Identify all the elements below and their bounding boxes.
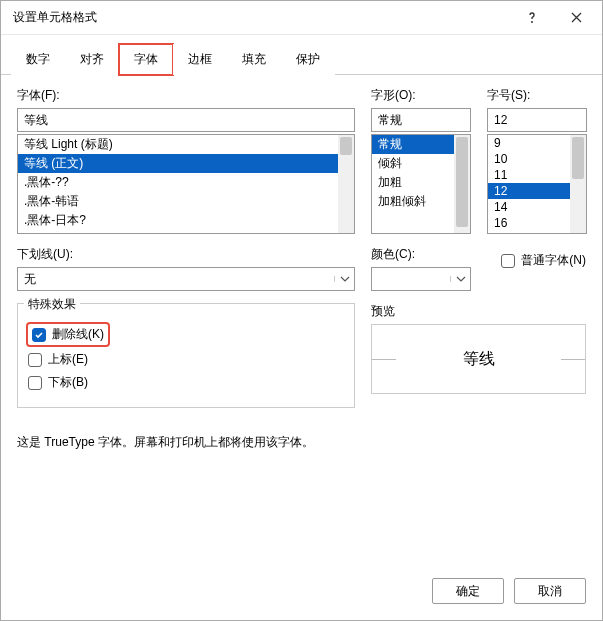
tab-fill[interactable]: 填充 [227,44,281,75]
format-cells-dialog: 设置单元格格式 数字 对齐 字体 边框 填充 保护 字体(F): [0,0,603,621]
checkbox-icon [32,328,46,342]
font-note: 这是 TrueType 字体。屏幕和打印机上都将使用该字体。 [17,434,586,451]
underline-value: 无 [18,271,334,288]
list-item[interactable]: 加粗倾斜 [372,192,454,211]
tab-font[interactable]: 字体 [119,44,173,75]
list-item[interactable]: .黑体-日本? [18,211,338,230]
normal-font-label: 普通字体(N) [521,252,586,269]
subscript-checkbox[interactable]: 下标(B) [28,374,344,391]
style-input[interactable] [371,108,471,132]
help-button[interactable] [510,3,554,33]
preview-box: 等线 [371,324,586,394]
list-item[interactable]: 14 [488,199,570,215]
underline-label: 下划线(U): [17,246,355,263]
superscript-checkbox[interactable]: 上标(E) [28,351,344,368]
dialog-footer: 确定 取消 [1,566,602,620]
close-icon [571,12,582,23]
list-item[interactable]: 加粗 [372,173,454,192]
font-label: 字体(F): [17,87,355,104]
font-listbox[interactable]: 等线 Light (标题) 等线 (正文) .黑体-?? .黑体-韩语 .黑体-… [17,134,355,234]
color-label: 颜色(C): [371,246,471,263]
list-item[interactable]: .黑体-韩语 [18,192,338,211]
svg-point-0 [531,21,533,23]
checkbox-icon [28,353,42,367]
effects-legend: 特殊效果 [24,296,80,313]
preview-legend: 预览 [371,303,586,320]
subscript-label: 下标(B) [48,374,88,391]
scroll-thumb[interactable] [456,137,468,227]
tab-border[interactable]: 边框 [173,44,227,75]
underline-combo[interactable]: 无 [17,267,355,291]
checkbox-icon [501,254,515,268]
help-icon [526,12,538,24]
list-item[interactable]: .黑体-日本语 [18,230,338,233]
scroll-thumb[interactable] [572,137,584,179]
checkbox-icon [28,376,42,390]
preview-text: 等线 [463,349,495,370]
list-item[interactable]: 倾斜 [372,154,454,173]
scrollbar[interactable] [570,135,586,233]
ok-button[interactable]: 确定 [432,578,504,604]
superscript-label: 上标(E) [48,351,88,368]
titlebar: 设置单元格格式 [1,1,602,35]
strikethrough-checkbox[interactable]: 删除线(K) [28,324,108,345]
tab-number[interactable]: 数字 [11,44,65,75]
list-item[interactable]: 16 [488,215,570,231]
list-item[interactable]: .黑体-?? [18,173,338,192]
tab-protection[interactable]: 保护 [281,44,335,75]
list-item[interactable]: 12 [488,183,570,199]
close-button[interactable] [554,3,598,33]
size-label: 字号(S): [487,87,587,104]
list-item[interactable]: 9 [488,135,570,151]
normal-font-checkbox[interactable]: 普通字体(N) [501,252,586,269]
size-input[interactable] [487,108,587,132]
list-item[interactable]: 等线 (正文) [18,154,338,173]
effects-group: 特殊效果 删除线(K) 上标(E) 下标(B) [17,303,355,408]
cancel-button[interactable]: 取消 [514,578,586,604]
list-item[interactable]: 10 [488,151,570,167]
scrollbar[interactable] [454,135,470,233]
tab-strip: 数字 对齐 字体 边框 填充 保护 [1,35,602,75]
list-item[interactable]: 常规 [372,135,454,154]
size-listbox[interactable]: 9 10 11 12 14 16 [487,134,587,234]
chevron-down-icon [450,276,470,282]
list-item[interactable]: 等线 Light (标题) [18,135,338,154]
font-input[interactable] [17,108,355,132]
style-label: 字形(O): [371,87,471,104]
scroll-thumb[interactable] [340,137,352,155]
list-item[interactable]: 11 [488,167,570,183]
tab-content: 字体(F): 等线 Light (标题) 等线 (正文) .黑体-?? .黑体-… [1,75,602,566]
style-listbox[interactable]: 常规 倾斜 加粗 加粗倾斜 [371,134,471,234]
color-combo[interactable] [371,267,471,291]
chevron-down-icon [334,276,354,282]
scrollbar[interactable] [338,135,354,233]
tab-alignment[interactable]: 对齐 [65,44,119,75]
window-title: 设置单元格格式 [13,9,510,26]
strikethrough-label: 删除线(K) [52,326,104,343]
